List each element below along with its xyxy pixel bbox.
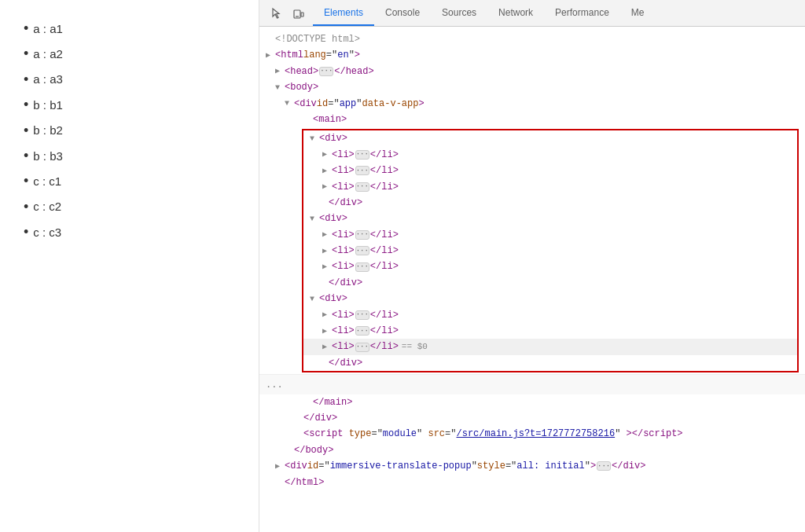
dom-doctype-line: <!DOCTYPE html> bbox=[259, 31, 805, 47]
page-item: •c : c2 bbox=[24, 194, 235, 219]
bullet: • bbox=[24, 92, 28, 117]
dom-li-1-3[interactable]: <li> ··· </li> bbox=[303, 179, 797, 195]
dom-body-close: </body> bbox=[259, 442, 805, 458]
page-item-label: c : c1 bbox=[33, 171, 61, 192]
li-ellipsis: ··· bbox=[355, 326, 369, 336]
dom-li-2-1[interactable]: <li> ··· </li> bbox=[303, 227, 797, 243]
highlighted-dom-group: <div> <li> ··· </li> <li> ··· </li> <li>… bbox=[302, 129, 799, 372]
page-item-label: a : a1 bbox=[33, 18, 63, 39]
dom-head-line[interactable]: <head> ··· </head> bbox=[259, 64, 805, 79]
page-item-label: c : c3 bbox=[33, 222, 61, 243]
tab-performance[interactable]: Performance bbox=[544, 0, 620, 26]
bullet: • bbox=[24, 41, 28, 66]
dom-main-close: </main> bbox=[259, 394, 805, 410]
dom-li-1-1[interactable]: <li> ··· </li> bbox=[303, 147, 797, 163]
dom-body-open[interactable]: <body> bbox=[259, 79, 805, 95]
bullet: • bbox=[24, 143, 28, 168]
li-ellipsis: ··· bbox=[355, 310, 369, 320]
dom-li-3-3-selected[interactable]: <li> ··· </li> == $0 bbox=[303, 339, 797, 354]
page-item-label: b : b3 bbox=[33, 145, 63, 167]
doctype-text: <!DOCTYPE html> bbox=[275, 31, 360, 47]
bullet: • bbox=[24, 194, 28, 219]
dollar-zero-indicator: == $0 bbox=[402, 339, 428, 354]
bullet: • bbox=[24, 16, 28, 41]
dom-html-open[interactable]: <html lang="en" > bbox=[259, 47, 805, 63]
dom-div1-close: </div> bbox=[303, 195, 797, 211]
inspect-element-icon[interactable] bbox=[266, 2, 288, 24]
dom-li-3-2[interactable]: <li> ··· </li> bbox=[303, 323, 797, 339]
three-dots-bar: ... bbox=[259, 374, 805, 394]
devtools-panel: Elements Console Sources Network Perform… bbox=[259, 0, 805, 532]
page-item: •c : c3 bbox=[24, 219, 235, 244]
dom-immersive-line[interactable]: <div id="immersive-translate-popup" styl… bbox=[259, 458, 805, 474]
devtools-toolbar: Elements Console Sources Network Perform… bbox=[259, 0, 805, 27]
dom-div-app-close: </div> bbox=[259, 410, 805, 426]
tab-elements[interactable]: Elements bbox=[313, 0, 374, 26]
page-item: •a : a3 bbox=[24, 67, 235, 92]
dom-div3-close: </div> bbox=[303, 355, 797, 371]
tab-console[interactable]: Console bbox=[374, 0, 431, 26]
tab-network[interactable]: Network bbox=[487, 0, 544, 26]
bullet: • bbox=[24, 168, 28, 193]
bullet: • bbox=[24, 219, 28, 244]
page-item: •a : a1 bbox=[24, 16, 235, 41]
dom-div2-open[interactable]: <div> bbox=[303, 211, 797, 226]
dom-li-3-1[interactable]: <li> ··· </li> bbox=[303, 307, 797, 323]
head-ellipsis: ··· bbox=[319, 67, 333, 76]
dom-html-close: </html> bbox=[259, 475, 805, 490]
li-ellipsis: ··· bbox=[355, 150, 369, 160]
dom-li-2-3[interactable]: <li> ··· </li> bbox=[303, 259, 797, 274]
dom-li-2-2[interactable]: <li> ··· </li> bbox=[303, 243, 797, 259]
dom-div3-open[interactable]: <div> bbox=[303, 291, 797, 306]
li-ellipsis: ··· bbox=[355, 166, 369, 175]
li-ellipsis: ··· bbox=[355, 182, 369, 192]
page-item: •b : b1 bbox=[24, 92, 235, 117]
page-item-label: b : b2 bbox=[33, 119, 63, 141]
bullet: • bbox=[24, 67, 28, 92]
page-item-label: c : c2 bbox=[33, 196, 61, 217]
dom-div-app-open[interactable]: <div id="app" data-v-app > bbox=[259, 96, 805, 112]
elements-panel: <!DOCTYPE html> <html lang="en" > <head>… bbox=[259, 27, 805, 532]
tab-sources[interactable]: Sources bbox=[431, 0, 487, 26]
div-ellipsis: ··· bbox=[597, 461, 611, 471]
dom-li-1-2[interactable]: <li> ··· </li> bbox=[303, 163, 797, 178]
page-content: •a : a1•a : a2•a : a3•b : b1•b : b2•b : … bbox=[0, 0, 259, 532]
dom-script-line[interactable]: <script type="module" src="/src/main.js?… bbox=[259, 426, 805, 442]
tab-more[interactable]: Me bbox=[620, 0, 656, 26]
page-item-label: a : a2 bbox=[33, 43, 63, 64]
device-toggle-icon[interactable] bbox=[288, 2, 310, 24]
page-item: •b : b3 bbox=[24, 143, 235, 168]
page-item: •c : c1 bbox=[24, 168, 235, 193]
dom-div2-close: </div> bbox=[303, 275, 797, 291]
li-ellipsis: ··· bbox=[355, 262, 369, 272]
page-item: •b : b2 bbox=[24, 118, 235, 143]
bullet: • bbox=[24, 118, 28, 143]
li-ellipsis: ··· bbox=[355, 230, 369, 240]
three-dots-text: ... bbox=[266, 376, 283, 392]
dom-main-open[interactable]: <main> bbox=[259, 112, 805, 127]
page-item-label: a : a3 bbox=[33, 68, 63, 90]
page-item: •a : a2 bbox=[24, 41, 235, 66]
page-items-list: •a : a1•a : a2•a : a3•b : b1•b : b2•b : … bbox=[24, 16, 235, 245]
page-item-label: b : b1 bbox=[33, 94, 63, 116]
li-ellipsis: ··· bbox=[355, 246, 369, 255]
svg-rect-1 bbox=[301, 13, 303, 17]
dom-div1-open[interactable]: <div> bbox=[303, 130, 797, 146]
li-ellipsis: ··· bbox=[355, 343, 369, 352]
devtools-tabs: Elements Console Sources Network Perform… bbox=[313, 0, 655, 26]
